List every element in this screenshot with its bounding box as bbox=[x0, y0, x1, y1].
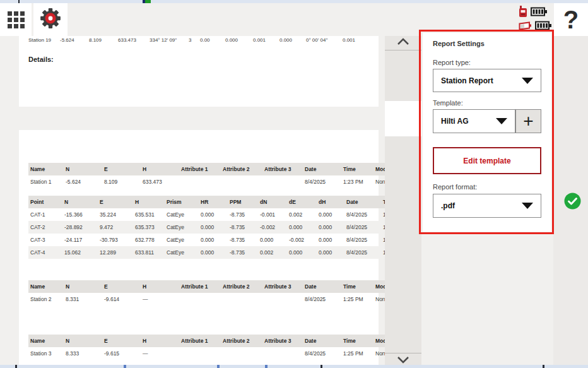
table-cell: 8.333 bbox=[64, 347, 102, 360]
measured-points-table: PointNEHPrismHRPPMdNdEdHDateTimeCAT-1-15… bbox=[28, 196, 418, 259]
battery-full-icon bbox=[535, 21, 552, 33]
help-button[interactable]: ? bbox=[554, 3, 588, 36]
chevron-down-icon bbox=[522, 78, 533, 84]
table-cell bbox=[221, 175, 262, 188]
grid-icon bbox=[8, 11, 25, 28]
cell: 3 bbox=[189, 37, 200, 44]
report-settings-panel: Report Settings Report type: Station Rep… bbox=[423, 33, 551, 232]
confirm-button[interactable] bbox=[564, 193, 581, 210]
chevron-up-icon bbox=[396, 37, 410, 49]
preview-scrollbar-thumb[interactable] bbox=[385, 101, 421, 136]
column-header: HR bbox=[199, 196, 228, 208]
table-cell: -9.615 bbox=[102, 347, 141, 360]
apps-menu-button[interactable] bbox=[0, 3, 32, 36]
cell: 0.000 bbox=[225, 37, 253, 44]
column-header: Attribute 2 bbox=[221, 335, 262, 347]
table-cell: -8.735 bbox=[228, 234, 258, 246]
table-row: Station 1-5.6248.109633.4738/4/20251:23 … bbox=[28, 175, 410, 188]
column-header: Attribute 3 bbox=[262, 280, 303, 293]
table-cell bbox=[262, 293, 303, 306]
template-value: Hilti AG bbox=[441, 117, 469, 126]
column-header: Attribute 1 bbox=[179, 163, 221, 175]
report-page-current: NameNEHAttribute 1Attribute 2Attribute 3… bbox=[19, 130, 379, 365]
scroll-up-button[interactable] bbox=[385, 36, 421, 50]
table-cell: CAT-1 bbox=[28, 208, 62, 221]
table-cell: — bbox=[141, 347, 179, 360]
table-cell: CatEye bbox=[165, 246, 199, 259]
table-cell: 8/4/2025 bbox=[303, 175, 341, 188]
table-cell: 15.062 bbox=[62, 246, 98, 259]
settings-button[interactable] bbox=[33, 3, 68, 36]
table-header-row: NameNEHAttribute 1Attribute 2Attribute 3… bbox=[28, 163, 410, 175]
column-header: E bbox=[102, 280, 141, 293]
tool-battery-status bbox=[519, 21, 552, 33]
column-header: Time bbox=[341, 335, 373, 347]
table-cell: 0.000 bbox=[317, 246, 344, 259]
column-header: N bbox=[64, 163, 102, 175]
table-cell: 0.000 bbox=[258, 234, 287, 246]
table-cell: 8/4/2025 bbox=[344, 246, 381, 259]
table-cell: Station 2 bbox=[28, 293, 64, 306]
edit-template-button[interactable]: Edit template bbox=[433, 147, 541, 174]
edge-tick bbox=[124, 365, 126, 368]
column-header: H bbox=[133, 196, 165, 208]
table-cell: 1:23 PM bbox=[341, 175, 373, 188]
column-header: PPM bbox=[228, 196, 258, 208]
column-header: dH bbox=[317, 196, 344, 208]
column-header: Attribute 3 bbox=[262, 335, 303, 347]
edge-tick bbox=[265, 365, 268, 368]
cell: 334° 12' 09" bbox=[150, 37, 189, 44]
column-header: E bbox=[98, 196, 133, 208]
table-cell: CAT-3 bbox=[28, 234, 62, 246]
check-circle-icon bbox=[564, 201, 581, 211]
table-cell: 0.000 bbox=[199, 246, 228, 259]
table-cell: -24.117 bbox=[62, 234, 98, 246]
column-header: Date bbox=[303, 163, 341, 175]
table-row: CAT-3-24.117-30.793632.778CatEye0.000-8.… bbox=[28, 234, 418, 246]
table-cell: 0.000 bbox=[199, 208, 228, 221]
table-cell: 0.000 bbox=[199, 234, 228, 246]
report-type-dropdown[interactable]: Station Report bbox=[433, 69, 541, 92]
table-cell bbox=[179, 293, 221, 306]
column-header: Attribute 1 bbox=[179, 280, 221, 293]
template-label: Template: bbox=[433, 99, 463, 107]
table-row: CAT-1-15.36635.224635.531CatEye0.000-8.7… bbox=[28, 208, 418, 221]
column-header: Date bbox=[303, 335, 341, 347]
table-cell: 0.000 bbox=[317, 208, 344, 221]
column-header: E bbox=[102, 163, 141, 175]
column-header: N bbox=[62, 196, 98, 208]
table-cell: 1:25 PM bbox=[341, 347, 373, 360]
report-type-label: Report type: bbox=[433, 59, 471, 66]
station3-table: NameNEHAttribute 1Attribute 2Attribute 3… bbox=[28, 335, 410, 360]
column-header: Prism bbox=[165, 196, 199, 208]
table-cell: 0.000 bbox=[199, 221, 228, 234]
report-page-previous: Station 19 -5.624 8.109 633.473 334° 12'… bbox=[19, 36, 379, 107]
edge-tick bbox=[15, 365, 17, 368]
preview-scrollbar-track[interactable] bbox=[385, 36, 421, 368]
table-cell: 633.473 bbox=[141, 175, 179, 188]
table-cell: 635.373 bbox=[133, 221, 165, 234]
table-cell: Station 1 bbox=[28, 175, 64, 188]
table-cell: -28.892 bbox=[62, 221, 98, 234]
table-cell: 635.531 bbox=[133, 208, 165, 221]
table-cell: 12.289 bbox=[98, 246, 133, 259]
table-cell: 9.472 bbox=[98, 221, 133, 234]
table-header-row: NameNEHAttribute 1Attribute 2Attribute 3… bbox=[28, 280, 410, 293]
main-toolbar: ? bbox=[0, 3, 588, 36]
edge-tick bbox=[320, 365, 322, 368]
table-cell bbox=[179, 347, 221, 360]
table-row: Station 38.333-9.615—8/4/20251:25 PMNorm… bbox=[28, 347, 410, 360]
table-cell: — bbox=[141, 293, 179, 306]
edge-tick bbox=[543, 365, 544, 368]
table-cell bbox=[262, 175, 303, 188]
add-template-button[interactable]: + bbox=[515, 109, 541, 133]
cell: 0.001 bbox=[253, 37, 279, 44]
report-format-label: Report format: bbox=[433, 183, 477, 191]
column-header: Attribute 3 bbox=[262, 163, 303, 175]
table-cell: 0.002 bbox=[287, 208, 317, 221]
table-cell: 0.000 bbox=[287, 246, 317, 259]
report-format-dropdown[interactable]: .pdf bbox=[433, 194, 541, 218]
plus-icon: + bbox=[523, 111, 533, 131]
template-dropdown[interactable]: Hilti AG bbox=[433, 109, 515, 133]
column-header: Attribute 2 bbox=[221, 163, 262, 175]
